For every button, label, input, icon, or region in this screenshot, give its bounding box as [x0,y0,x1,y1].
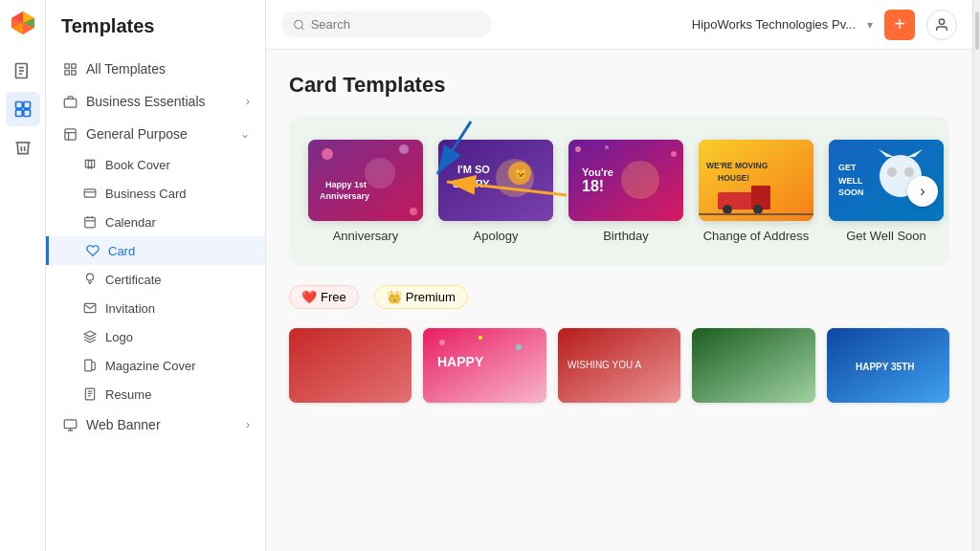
magazine-icon [82,358,98,373]
svg-rect-23 [84,189,96,197]
svg-point-71 [887,167,897,177]
resume-icon [82,386,98,402]
bottom-card-4[interactable] [692,328,814,403]
svg-rect-20 [64,128,75,139]
free-label: Free [321,290,346,304]
web-icon [61,416,78,433]
sidebar-sub-item-logo[interactable]: Logo [46,322,265,351]
scrollbar-thumb[interactable] [975,11,979,50]
svg-rect-90 [692,328,814,403]
svg-text:WISHING YOU A: WISHING YOU A [568,360,641,370]
heart-icon [85,243,100,258]
sidebar-sub-item-magazine-cover[interactable]: Magazine Cover [46,351,265,380]
sidebar-sub-item-invitation-label: Invitation [105,301,155,316]
card-item-birthday[interactable]: You're 18! Birthday [568,140,683,243]
svg-text:HAPPY: HAPPY [437,354,484,369]
sidebar-sub-item-calendar-label: Calendar [105,215,156,230]
card-item-anniversary[interactable]: Happy 1st Anniversary Anniversary [308,140,423,243]
chevron-right-icon: › [246,95,250,108]
svg-point-55 [621,161,659,199]
sidebar-sub-item-card-label: Card [108,244,135,258]
legend-row: ❤️ Free 👑 Premium [289,285,949,309]
svg-point-57 [605,145,609,149]
svg-rect-30 [85,360,92,371]
sidebar-sub-item-book-cover-label: Book Cover [105,158,170,172]
sidebar-item-web-banner[interactable]: Web Banner › [46,408,265,441]
svg-text:I'M SO: I'M SO [457,164,490,175]
svg-point-86 [479,336,482,340]
svg-text:You're: You're [582,166,613,178]
add-button[interactable]: + [884,10,915,40]
svg-point-58 [671,151,677,157]
search-box[interactable] [281,11,492,37]
sidebar-sub-item-business-card-label: Business Card [105,187,187,201]
svg-text:HOUSE!: HOUSE! [718,173,749,183]
card-thumb-anniversary: Happy 1st Anniversary [308,140,423,221]
sidebar-item-all-templates[interactable]: All Templates [46,53,265,85]
scrollbar[interactable] [972,0,980,551]
sidebar-item-general-purpose[interactable]: General Purpose ⌄ [46,118,265,150]
search-input[interactable] [311,17,480,32]
sidebar-title: Templates [46,15,265,53]
svg-text:Happy 1st: Happy 1st [325,180,367,189]
sidebar-sub-item-calendar[interactable]: Calendar [46,208,265,236]
iconbar-document[interactable] [6,54,40,88]
svg-rect-9 [15,102,22,109]
user-dropdown-arrow[interactable]: ▾ [867,18,873,32]
bottom-card-3[interactable]: WISHING YOU A [558,328,680,403]
sidebar-sub-item-book-cover[interactable]: Book Cover [46,150,265,179]
svg-text:WELL: WELL [838,176,863,186]
calendar-icon [82,214,98,230]
card-item-apology[interactable]: I'M SO SORRY 🐱 Apology [438,140,553,243]
bottom-card-1[interactable] [289,328,412,403]
svg-text:🐱: 🐱 [515,167,527,180]
featured-cards-row: Happy 1st Anniversary Anniversary I'M SO [308,140,930,243]
svg-text:HAPPY 35TH: HAPPY 35TH [856,362,915,372]
legend-free[interactable]: ❤️ Free [289,285,359,309]
sidebar-item-business-essentials[interactable]: Business Essentials › [46,85,265,118]
svg-point-87 [516,344,522,350]
sidebar-item-general-purpose-label: General Purpose [86,126,233,142]
card-apology-label: Apology [474,229,519,243]
card-thumb-apology: I'M SO SORRY 🐱 [438,140,553,221]
award-icon [82,272,98,287]
legend-premium[interactable]: 👑 Premium [374,285,468,309]
bottom-card-5[interactable]: HAPPY 35TH [827,328,949,403]
sidebar-sub-item-business-card[interactable]: Business Card [46,179,265,208]
bottom-card-2[interactable]: HAPPY [423,328,546,403]
svg-text:SORRY: SORRY [453,178,490,189]
svg-point-67 [753,205,763,214]
premium-emoji: 👑 [387,290,402,304]
svg-point-72 [904,167,914,177]
next-cards-arrow[interactable]: › [907,176,938,207]
iconbar-trash[interactable] [6,130,40,165]
svg-point-66 [723,205,732,214]
book-icon [82,157,98,172]
sidebar-sub-item-logo-label: Logo [105,330,133,344]
svg-rect-12 [23,110,30,117]
main-area: HipoWorks Technologies Pv... ▾ + Card Te… [266,0,972,551]
sidebar-sub-item-certificate[interactable]: Certificate [46,265,265,294]
svg-point-29 [87,274,94,280]
user-avatar-icon[interactable] [926,10,957,40]
sidebar-sub-item-magazine-cover-label: Magazine Cover [105,359,196,373]
svg-text:GET: GET [838,163,857,172]
search-icon [293,18,305,32]
logo-icon [82,329,98,344]
bottom-cards-row: HAPPY WISHING YOU A [289,328,949,403]
svg-rect-10 [23,102,30,109]
sidebar-sub-item-resume[interactable]: Resume [46,380,265,408]
card-item-change-of-address[interactable]: WE'RE MOVING HOUSE! Change of Address [699,140,813,243]
topbar-right: HipoWorks Technologies Pv... ▾ + [692,10,957,40]
svg-rect-11 [15,110,22,117]
iconbar-templates[interactable] [6,92,40,126]
svg-text:WE'RE MOVING: WE'RE MOVING [706,161,768,170]
card-thumb-birthday: You're 18! [568,140,683,221]
sidebar-sub-item-resume-label: Resume [105,387,151,402]
sidebar-sub-item-card[interactable]: Card [46,236,265,265]
card-birthday-label: Birthday [603,229,649,243]
free-emoji: ❤️ [301,290,317,304]
svg-point-38 [295,20,302,28]
sidebar-sub-item-invitation[interactable]: Invitation [46,294,265,322]
app-logo[interactable] [8,8,38,38]
